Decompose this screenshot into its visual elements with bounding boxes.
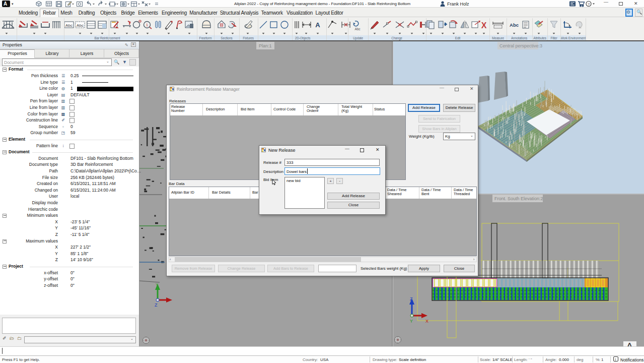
svg-text:Y: Y — [410, 319, 413, 324]
svg-text:?: ? — [588, 2, 590, 7]
svg-text:A: A — [315, 21, 320, 29]
svg-text:Abc: Abc — [354, 27, 361, 31]
svg-text:Abc: Abc — [77, 23, 84, 28]
svg-text:1: 1 — [146, 23, 149, 27]
svg-text:Abc: Abc — [65, 23, 73, 28]
svg-text:X: X — [481, 21, 487, 30]
svg-text:Abc: Abc — [510, 22, 519, 28]
svg-text:Y: Y — [156, 282, 159, 287]
svg-text:Z: Z — [155, 302, 158, 308]
svg-text:X: X — [425, 319, 428, 324]
svg-text:Z: Z — [410, 296, 413, 301]
